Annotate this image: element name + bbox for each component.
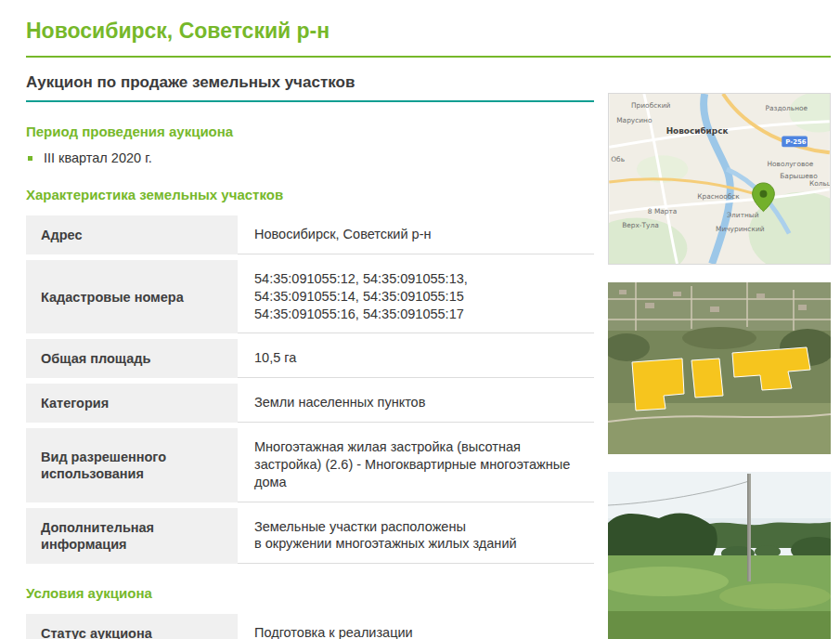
table-row-category: Категория Земли населенных пунктов: [26, 384, 594, 423]
row-label: Адрес: [26, 215, 238, 254]
map-place-label: Обь: [611, 155, 625, 163]
row-value: Земли населенных пунктов: [238, 384, 594, 423]
row-value: Подготовка к реализации: [238, 614, 594, 639]
subtitle-divider: [26, 100, 594, 102]
row-label-text: Категория: [41, 395, 109, 411]
bullet-square-icon: [28, 156, 32, 161]
main-content: Аукцион по продаже земельных участков Пе…: [26, 73, 594, 639]
row-value-text: Подготовка к реализации: [254, 624, 413, 639]
row-value-text: 10,5 га: [254, 349, 296, 367]
row-label: Вид разрешенного использования: [26, 428, 238, 502]
map-image: Приобский Раздольное Марусино Новосибирс…: [608, 93, 831, 265]
row-label: Кадастровые номера: [26, 260, 238, 334]
row-label-text: Вид разрешенного использования: [41, 449, 223, 482]
map-place-label: 8 Марта: [648, 207, 678, 215]
row-label: Статус аукциона: [26, 614, 238, 639]
table-row-additional-info: Дополнительная информация Земельные учас…: [26, 508, 594, 565]
image-column: Приобский Раздольное Марусино Новосибирс…: [608, 93, 831, 639]
map-place-label: Кольцово: [809, 179, 830, 188]
row-value-text: 54:35:091055:12, 54:35:091055:13, 54:35:…: [254, 270, 468, 323]
conditions-heading: Условия аукциона: [26, 585, 594, 601]
characteristics-heading: Характеристика земельных участков: [26, 187, 594, 202]
title-divider: [26, 56, 831, 58]
map-place-label: Мичуринский: [716, 225, 765, 233]
map-place-label: Приобский: [631, 101, 671, 110]
map-place-label: Верх-Тула: [622, 221, 659, 229]
row-value-text: Новосибирск, Советский р-н: [254, 226, 431, 243]
row-label: Общая площадь: [26, 339, 238, 378]
map-place-label: Элитный: [727, 211, 759, 219]
conditions-table: Статус аукциона Подготовка к реализации: [26, 614, 594, 639]
map-city-label: Новосибирск: [666, 126, 729, 136]
table-row-status: Статус аукциона Подготовка к реализации: [26, 614, 594, 639]
page: Новосибирск, Советский р-н Аукцион по пр…: [0, 0, 840, 639]
row-label-text: Кадастровые номера: [41, 289, 184, 306]
row-label: Категория: [26, 384, 238, 423]
row-value: 54:35:091055:12, 54:35:091055:13, 54:35:…: [238, 260, 594, 334]
table-row-permitted-use: Вид разрешенного использования Многоэтаж…: [26, 428, 594, 502]
row-value-text: Земли населенных пунктов: [254, 394, 425, 411]
table-row-cadastral: Кадастровые номера 54:35:091055:12, 54:3…: [26, 260, 594, 334]
period-item: III квартал 2020 г.: [28, 150, 594, 165]
row-value: Новосибирск, Советский р-н: [238, 215, 594, 254]
period-value: III квартал 2020 г.: [44, 150, 152, 165]
characteristics-table: Адрес Новосибирск, Советский р-н Кадастр…: [26, 215, 594, 564]
satellite-image: [608, 282, 831, 454]
photo-svg: [608, 472, 831, 639]
row-value-text: Земельные участки расположены в окружени…: [254, 518, 517, 554]
road-number-text: Р-256: [785, 138, 807, 146]
map-place-label: Раздольное: [765, 104, 808, 112]
row-label-text: Дополнительная информация: [41, 519, 223, 553]
map-place-label: Краснообск: [697, 192, 740, 201]
row-value: Земельные участки расположены в окружени…: [238, 508, 594, 565]
row-value: 10,5 га: [238, 339, 594, 378]
map-svg: Приобский Раздольное Марусино Новосибирс…: [609, 94, 830, 264]
period-heading: Период проведения аукциона: [26, 124, 594, 139]
page-title: Новосибирск, Советский р-н: [26, 19, 831, 44]
site-photo-image: [608, 472, 831, 639]
map-place-label: Марусино: [616, 116, 653, 124]
row-label-text: Статус аукциона: [41, 625, 152, 639]
map-place-label: Новолуговое: [767, 160, 813, 168]
row-value-text: Многоэтажная жилая застройка (высотная з…: [254, 438, 587, 491]
satellite-svg: [608, 282, 831, 454]
table-row-address: Адрес Новосибирск, Советский р-н: [26, 215, 594, 254]
row-value: Многоэтажная жилая застройка (высотная з…: [238, 428, 594, 502]
table-row-area: Общая площадь 10,5 га: [26, 339, 594, 378]
row-label: Дополнительная информация: [26, 508, 238, 565]
auction-subtitle: Аукцион по продаже земельных участков: [26, 73, 594, 92]
utility-pole: [747, 474, 751, 581]
row-label-text: Общая площадь: [41, 350, 150, 367]
row-label-text: Адрес: [41, 227, 82, 243]
